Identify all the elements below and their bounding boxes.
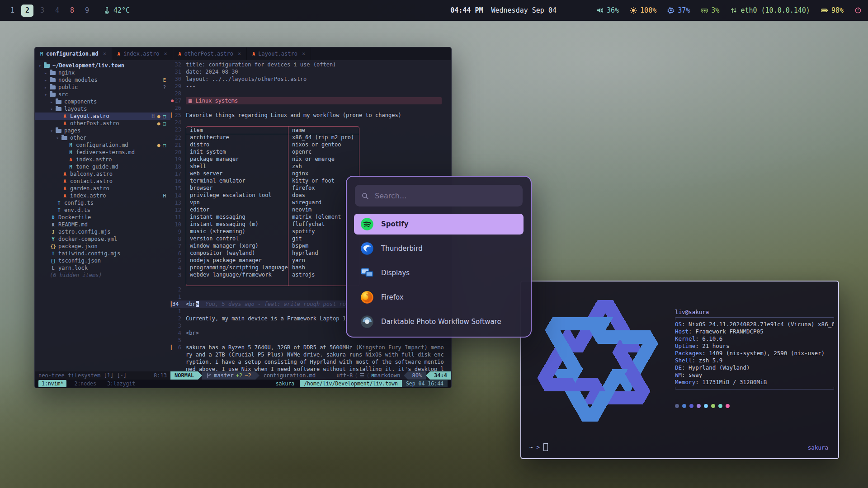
- buffer-line[interactable]: ▎6sakura has a Ryzen 5 7640U, 32GB of DD…: [170, 344, 451, 371]
- volume-icon: [596, 7, 604, 14]
- tab-index.astro[interactable]: Aindex.astro×: [112, 47, 173, 60]
- line-number: [170, 279, 186, 286]
- tree-item-other[interactable]: ▾other: [35, 134, 170, 141]
- tree-item-public[interactable]: ▸public?: [35, 84, 170, 91]
- module-memory[interactable]: 3%: [701, 6, 719, 14]
- module-battery[interactable]: 98%: [821, 6, 844, 14]
- neo-tree-sidebar[interactable]: ▾~/Development/liv.town▸nginx▸node_modul…: [35, 60, 170, 371]
- tab-close-icon[interactable]: ×: [164, 51, 167, 57]
- tree-item-astro.config.mjs[interactable]: Jastro.config.mjs: [35, 228, 170, 235]
- tree-item-components[interactable]: ▸components: [35, 98, 170, 105]
- table-row: browserfirefox: [186, 185, 359, 192]
- tree-item-config.ts[interactable]: Tconfig.ts: [35, 199, 170, 206]
- tree-item-otherPost.astro[interactable]: AotherPost.astro●□: [35, 120, 170, 127]
- launcher-item-Displays[interactable]: Displays: [354, 263, 524, 283]
- launcher-item-Darktable Photo Workflow Software[interactable]: Darktable Photo Workflow Software: [354, 311, 524, 332]
- tree-item-label: tailwind.config.mjs: [58, 250, 120, 257]
- folder-icon: [50, 93, 56, 97]
- module-brightness[interactable]: 100%: [630, 6, 656, 14]
- tree-item-Dockerfile[interactable]: DDockerfile: [35, 214, 170, 221]
- workspace-button-9[interactable]: 9: [81, 5, 93, 17]
- tree-item-index.astro[interactable]: Aindex.astroH: [35, 192, 170, 199]
- module-network[interactable]: eth0 (10.0.0.140): [730, 6, 810, 14]
- line-number: 3: [170, 272, 186, 279]
- workspace-button-4[interactable]: 4: [51, 5, 63, 17]
- tab-close-icon[interactable]: ×: [103, 51, 106, 57]
- tab-label: Layout.astro: [258, 51, 297, 57]
- workspace-button-3[interactable]: 3: [36, 5, 48, 17]
- buffer-line[interactable]: 28: [170, 90, 451, 97]
- buffer-line[interactable]: 5: [170, 337, 451, 344]
- launcher-search[interactable]: [355, 185, 523, 206]
- tree-item-docker-compose.yml[interactable]: Ydocker-compose.yml: [35, 235, 170, 243]
- tab-otherPost.astro[interactable]: AotherPost.astro×: [173, 47, 247, 60]
- tree-item-configuration.md[interactable]: Mconfiguration.md●□: [35, 141, 170, 149]
- launcher-item-label: Firefox: [381, 293, 404, 301]
- tab-close-icon[interactable]: ×: [238, 51, 241, 57]
- tmux-window-2:nodes[interactable]: 2:nodes: [71, 380, 99, 387]
- tab-close-icon[interactable]: ×: [302, 51, 305, 57]
- tree-item-Layout.astro[interactable]: ALayout.astroH●□: [35, 113, 170, 120]
- buffer-line[interactable]: 19package managernix or emerge: [170, 156, 451, 163]
- tree-item-src[interactable]: ▾src: [35, 91, 170, 98]
- table-cell-name: x86_64 (rip m2 pro): [288, 134, 359, 141]
- tab-configuration.md[interactable]: Mconfiguration.md×: [35, 47, 112, 60]
- tree-item-env.d.ts[interactable]: Tenv.d.ts: [35, 206, 170, 214]
- tree-item-(6 hidden items)[interactable]: (6 hidden items): [35, 272, 170, 279]
- tree-item-node_modules[interactable]: ▸node_modulesE: [35, 76, 170, 84]
- module-volume[interactable]: 36%: [596, 6, 619, 14]
- buffer-line[interactable]: 21distronixos or gentoo: [170, 141, 451, 149]
- tree-item-tsconfig.json[interactable]: {}tsconfig.json: [35, 257, 170, 264]
- buffer-line[interactable]: 22architecturex86_64 (rip m2 pro): [170, 134, 451, 141]
- fetch-terminal-window[interactable]: liv@sakura OS: NixOS 24.11.20240828.71e9…: [520, 281, 839, 459]
- tab-Layout.astro[interactable]: ALayout.astro×: [247, 47, 311, 60]
- line-number: 20: [170, 149, 186, 156]
- launcher-item-Firefox[interactable]: Firefox: [354, 287, 524, 308]
- line-number: 5: [170, 337, 186, 344]
- workspace-button-1[interactable]: 1: [6, 5, 19, 17]
- buffer-line[interactable]: ●27▦Linux systems: [170, 97, 451, 104]
- module-power[interactable]: [854, 7, 862, 14]
- tree-item-pages[interactable]: ▾pages: [35, 127, 170, 134]
- tree-item-contact.astro[interactable]: Acontact.astro: [35, 178, 170, 185]
- buffer-line[interactable]: 30layout: ../../layouts/otherPost.astro: [170, 75, 451, 83]
- buffer-line[interactable]: 23itemname: [170, 126, 451, 134]
- tree-item-garden.astro[interactable]: Agarden.astro: [35, 185, 170, 192]
- module-cpu[interactable]: 37%: [667, 6, 690, 14]
- nixos-logo: [528, 285, 668, 438]
- buffer-line[interactable]: 29---: [170, 83, 451, 90]
- buffer-line[interactable]: 18shellzsh: [170, 163, 451, 170]
- shell-prompt[interactable]: ~ >: [529, 443, 548, 451]
- tmux-window-3:lazygit[interactable]: 3:lazygit: [104, 380, 138, 387]
- folder-icon: [56, 100, 61, 104]
- buffer-line[interactable]: ▎25Favorite things regarding Linux and m…: [170, 112, 451, 119]
- tree-item-balcony.astro[interactable]: Abalcony.astro: [35, 170, 170, 178]
- buffer-line[interactable]: 26: [170, 104, 451, 112]
- terminal-host-label: sakura: [808, 444, 828, 451]
- tree-item-yarn.lock[interactable]: Lyarn.lock: [35, 264, 170, 272]
- fetch-value: : zsh 5.9: [692, 357, 723, 364]
- buffer-line[interactable]: 31date: 2024-08-30: [170, 68, 451, 75]
- buffer-line[interactable]: 24: [170, 119, 451, 126]
- temperature-module: 42°C: [103, 6, 130, 14]
- workspace-button-8[interactable]: 8: [66, 5, 78, 17]
- launcher-item-Thunderbird[interactable]: Thunderbird: [354, 238, 524, 259]
- table-row: package managernix or emerge: [186, 156, 359, 163]
- table-header-name: name: [288, 127, 359, 134]
- tree-item-tailwind.config.mjs[interactable]: Ttailwind.config.mjs: [35, 250, 170, 257]
- table-header-row: itemname: [186, 126, 359, 134]
- launcher-item-Spotify[interactable]: Spotify: [354, 214, 524, 235]
- tree-item-index.astro[interactable]: Aindex.astro: [35, 156, 170, 163]
- tmux-window-1:nvim*[interactable]: 1:nvim*: [38, 380, 66, 387]
- tree-item-fediverse-terms.md[interactable]: Mfediverse-terms.md: [35, 149, 170, 156]
- tree-item-tone-guide.md[interactable]: Mtone-guide.md: [35, 163, 170, 170]
- tree-item-README.md[interactable]: RREADME.md: [35, 221, 170, 228]
- launcher-search-input[interactable]: [374, 191, 516, 201]
- tree-item-layouts[interactable]: ▾layouts: [35, 105, 170, 113]
- buffer-line[interactable]: 32title: configuration for devices i use…: [170, 61, 451, 68]
- tree-item-nginx[interactable]: ▸nginx: [35, 69, 170, 76]
- tree-item-package.json[interactable]: {}package.json: [35, 243, 170, 250]
- workspace-button-2[interactable]: 2: [21, 5, 33, 17]
- buffer-line[interactable]: 20init systemopenrc: [170, 149, 451, 156]
- tree-root[interactable]: ▾~/Development/liv.town: [35, 62, 170, 69]
